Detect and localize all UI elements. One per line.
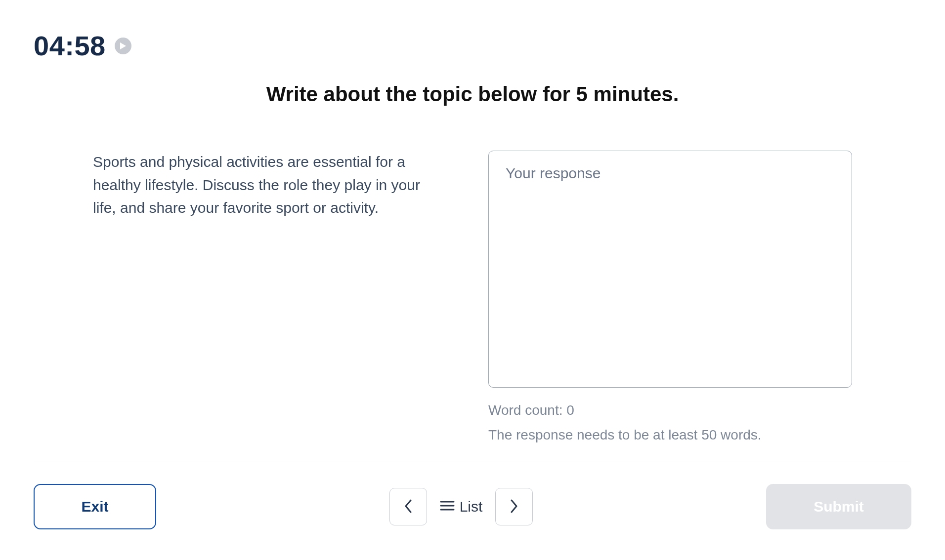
- menu-icon: [440, 498, 455, 515]
- list-button[interactable]: List: [438, 498, 485, 515]
- word-count: Word count: 0: [488, 402, 852, 418]
- min-words-hint: The response needs to be at least 50 wor…: [488, 427, 852, 443]
- submit-button[interactable]: Submit: [766, 484, 911, 529]
- prev-button[interactable]: [389, 488, 427, 525]
- play-icon[interactable]: [115, 38, 131, 54]
- timer-display: 04:58: [34, 30, 106, 62]
- next-button[interactable]: [495, 488, 533, 525]
- prompt-text: Sports and physical activities are essen…: [93, 151, 439, 443]
- page-heading: Write about the topic below for 5 minute…: [34, 82, 911, 106]
- nav-group: List: [389, 488, 533, 525]
- chevron-right-icon: [510, 499, 518, 515]
- timer-row: 04:58: [34, 30, 911, 62]
- chevron-left-icon: [404, 499, 413, 515]
- exit-button[interactable]: Exit: [34, 484, 156, 529]
- list-label: List: [460, 498, 483, 515]
- footer-divider: [34, 462, 911, 462]
- response-textarea[interactable]: [488, 151, 852, 388]
